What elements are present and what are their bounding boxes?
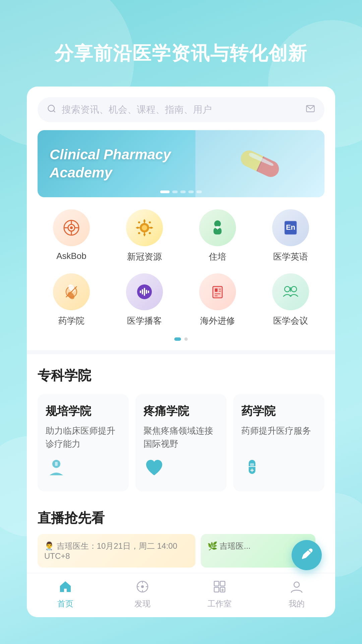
card-pharma-title: 药学院 <box>241 404 316 419</box>
svg-point-17 <box>143 233 145 235</box>
svg-point-16 <box>143 220 145 222</box>
nav-discover-label: 发现 <box>134 598 150 609</box>
banner-dots <box>160 191 202 193</box>
icon-askbob[interactable]: AskBob <box>41 209 102 263</box>
icon-podcast-label: 医学播客 <box>127 315 162 327</box>
card-pain[interactable]: 疼痛学院 聚焦疼痛领域连接国际视野 <box>135 394 227 491</box>
card-guipei-title: 规培学院 <box>46 404 121 419</box>
nav-home-label: 首页 <box>57 598 73 609</box>
svg-point-23 <box>149 232 151 234</box>
fab-compose-button[interactable] <box>292 540 322 570</box>
card-guipei-icon <box>46 457 121 483</box>
main-card: 搜索资讯、机会、课程、指南、用户 Clinical Pharmacy Acade… <box>27 87 335 617</box>
card-pharma-desc: 药师提升医疗服务 <box>241 424 316 450</box>
icon-zhupei[interactable]: + 住培 <box>187 209 248 263</box>
svg-rect-40 <box>140 290 141 293</box>
icon-row-2: 药学院 医学播客 海外进修 医学会议 <box>35 273 327 327</box>
nav-studio-icon <box>213 580 226 596</box>
nav-item-home[interactable]: 首页 <box>27 580 104 609</box>
live-card-1[interactable]: 👨‍⚕️ 吉瑶医生：10月21日，周二 14:00 UTC+8 <box>38 534 195 568</box>
grid-page-dots <box>35 337 327 347</box>
live-section: 直播抢先看 👨‍⚕️ 吉瑶医生：10月21日，周二 14:00 UTC+8 🌿 … <box>27 499 335 573</box>
icon-covid[interactable]: 新冠资源 <box>114 209 175 263</box>
nav-profile-label: 我的 <box>289 598 305 609</box>
icon-english-circle: En <box>272 209 309 246</box>
grid-dot-2 <box>184 337 188 341</box>
icon-overseas-label: 海外进修 <box>200 315 235 327</box>
card-guipei[interactable]: 规培学院 助力临床医师提升诊疗能力 <box>38 394 129 491</box>
icon-overseas[interactable]: 海外进修 <box>187 273 248 327</box>
svg-point-5 <box>70 226 73 229</box>
icon-covid-circle <box>126 209 163 246</box>
banner-dot-4 <box>188 191 194 193</box>
banner-dot-5 <box>196 191 202 193</box>
svg-rect-69 <box>214 587 219 592</box>
icon-pharmacy-label: 药学院 <box>58 315 84 327</box>
card-pharma[interactable]: 药学院 药师提升医疗服务 <box>233 394 324 491</box>
svg-point-22 <box>138 232 140 234</box>
nav-home-icon <box>59 580 72 596</box>
icon-askbob-label: AskBob <box>56 251 86 261</box>
card-pain-icon <box>143 457 219 483</box>
icon-conference-circle <box>272 273 309 310</box>
section-divider <box>27 350 335 354</box>
icon-row-1: AskBob 新冠资源 + 住培 En 医学英语 <box>35 209 327 263</box>
nav-studio-label: 工作室 <box>207 598 232 609</box>
icon-grid: AskBob 新冠资源 + 住培 En 医学英语 <box>27 197 335 350</box>
nav-discover-icon <box>136 580 149 596</box>
svg-text:En: En <box>286 223 295 231</box>
banner-dot-1 <box>160 191 170 193</box>
nav-item-discover[interactable]: 发现 <box>104 580 181 609</box>
specialty-section: 专科学院 规培学院 助力临床医师提升诊疗能力 疼痛学院 聚焦疼痛领域连接国际视野 <box>27 354 335 499</box>
icon-pharmacy[interactable]: 药学院 <box>41 273 102 327</box>
banner[interactable]: Clinical Pharmacy Academy 💊 <box>38 130 324 197</box>
icon-zhupei-circle: + <box>199 209 236 246</box>
icon-pharmacy-circle <box>53 273 90 310</box>
mail-icon[interactable] <box>306 104 315 116</box>
svg-point-21 <box>149 221 151 223</box>
banner-image: 💊 <box>195 130 324 197</box>
icon-covid-label: 新冠资源 <box>127 251 162 263</box>
svg-point-19 <box>150 227 152 229</box>
nav-item-studio[interactable]: 工作室 <box>181 580 258 609</box>
svg-rect-53 <box>55 462 58 466</box>
search-icon <box>47 104 56 116</box>
icon-podcast-circle <box>126 273 163 310</box>
svg-rect-57 <box>250 463 254 466</box>
search-placeholder-text: 搜索资讯、机会、课程、指南、用户 <box>62 103 306 116</box>
svg-point-50 <box>291 286 297 292</box>
svg-point-62 <box>141 585 144 588</box>
svg-line-1 <box>53 110 55 112</box>
svg-point-0 <box>48 105 55 111</box>
specialty-cards-row: 规培学院 助力临床医师提升诊疗能力 疼痛学院 聚焦疼痛领域连接国际视野 药学院 … <box>38 394 324 491</box>
svg-point-20 <box>138 221 140 223</box>
icon-conference[interactable]: 医学会议 <box>260 273 321 327</box>
banner-dot-2 <box>172 191 178 193</box>
live-section-title: 直播抢先看 <box>38 509 324 527</box>
svg-rect-39 <box>146 290 147 294</box>
specialty-section-title: 专科学院 <box>38 366 324 385</box>
svg-rect-41 <box>148 290 149 293</box>
icon-zhupei-label: 住培 <box>209 251 226 263</box>
nav-item-profile[interactable]: 我的 <box>258 580 335 609</box>
svg-point-18 <box>137 227 139 229</box>
card-pharma-icon <box>241 457 316 483</box>
card-guipei-desc: 助力临床医师提升诊疗能力 <box>46 424 121 450</box>
card-pain-title: 疼痛学院 <box>143 404 219 419</box>
compose-icon <box>300 547 313 564</box>
svg-point-73 <box>294 582 299 587</box>
icon-askbob-circle <box>53 209 90 246</box>
search-bar[interactable]: 搜索资讯、机会、课程、指南、用户 <box>38 97 324 122</box>
svg-point-11 <box>142 225 147 230</box>
icon-english[interactable]: En 医学英语 <box>260 209 321 263</box>
svg-text:+: + <box>216 226 219 231</box>
icon-overseas-circle <box>199 273 236 310</box>
icon-podcast[interactable]: 医学播客 <box>114 273 175 327</box>
live-preview: 👨‍⚕️ 吉瑶医生：10月21日，周二 14:00 UTC+8 🌿 吉瑶医... <box>38 534 324 568</box>
svg-rect-67 <box>214 581 219 586</box>
svg-rect-68 <box>220 581 225 586</box>
bottom-navigation: 首页 发现 工作室 我的 <box>27 573 335 617</box>
svg-point-49 <box>285 286 290 292</box>
svg-rect-44 <box>215 288 218 292</box>
live-card-1-text: 👨‍⚕️ 吉瑶医生：10月21日，周二 14:00 UTC+8 <box>44 541 189 561</box>
